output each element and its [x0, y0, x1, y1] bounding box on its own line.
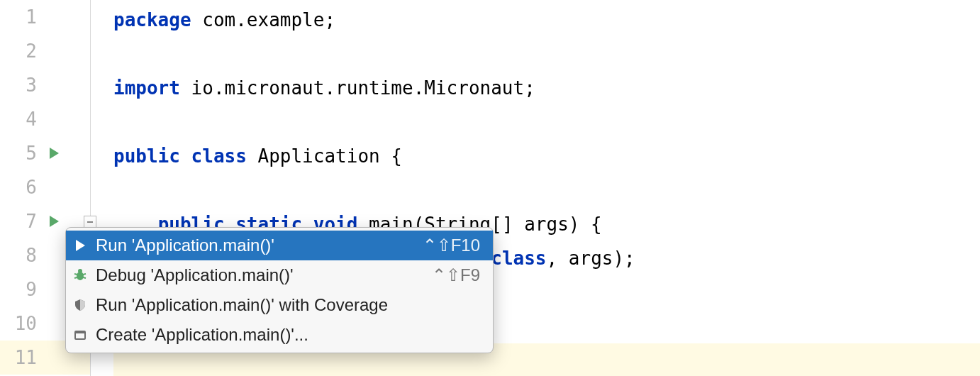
keyword: import: [113, 77, 180, 99]
menu-item-label: Create 'Application.main()'...: [96, 325, 473, 345]
line-number: 5: [0, 143, 40, 164]
keyword: package: [113, 9, 191, 31]
line-number: 9: [0, 279, 40, 300]
menu-item-create[interactable]: Create 'Application.main()'...: [66, 320, 493, 350]
menu-item-run[interactable]: Run 'Application.main()' ⌃⇧F10: [66, 231, 493, 260]
keyword: public class: [113, 145, 247, 167]
code-text: , args);: [547, 248, 635, 269]
code-line[interactable]: [113, 105, 980, 139]
menu-item-debug[interactable]: Debug 'Application.main()' ⌃⇧F9: [66, 260, 493, 290]
run-gutter-icon[interactable]: [44, 211, 64, 231]
svg-rect-7: [75, 331, 85, 333]
code-line[interactable]: [113, 173, 980, 207]
debug-icon: [72, 267, 89, 284]
menu-item-coverage[interactable]: Run 'Application.main()' with Coverage: [66, 290, 493, 320]
code-line[interactable]: public class Application {: [113, 139, 980, 173]
code-text: Application {: [247, 145, 402, 167]
code-line[interactable]: [113, 37, 980, 71]
svg-line-4: [74, 277, 77, 278]
keyword: class: [491, 248, 546, 269]
run-gutter-icon[interactable]: [44, 143, 64, 163]
code-line[interactable]: package com.example;: [113, 3, 980, 37]
svg-line-5: [83, 277, 86, 278]
line-number: 2: [0, 40, 40, 62]
line-number: 7: [0, 211, 40, 232]
menu-item-shortcut: ⌃⇧F10: [423, 236, 480, 255]
code-text: io.micronaut.runtime.Micronaut;: [180, 77, 535, 99]
create-icon: [72, 326, 89, 343]
menu-item-label: Run 'Application.main()' with Coverage: [96, 295, 473, 315]
svg-line-2: [74, 274, 77, 275]
run-context-menu: Run 'Application.main()' ⌃⇧F10 Debug 'Ap…: [65, 227, 494, 353]
code-line[interactable]: import io.micronaut.runtime.Micronaut;: [113, 71, 980, 105]
line-number: 6: [0, 177, 40, 198]
line-number: 11: [0, 347, 40, 368]
line-number: 10: [0, 313, 40, 334]
svg-line-3: [83, 274, 86, 275]
svg-point-1: [78, 269, 82, 273]
run-icon: [72, 237, 89, 254]
line-number: 4: [0, 109, 40, 130]
line-number: 8: [0, 245, 40, 266]
coverage-icon: [72, 297, 89, 314]
code-text: com.example;: [191, 9, 336, 31]
menu-item-label: Debug 'Application.main()': [96, 265, 425, 285]
menu-item-label: Run 'Application.main()': [96, 236, 416, 255]
line-number: 1: [0, 6, 40, 28]
line-number: 3: [0, 74, 40, 96]
menu-item-shortcut: ⌃⇧F9: [432, 265, 480, 285]
